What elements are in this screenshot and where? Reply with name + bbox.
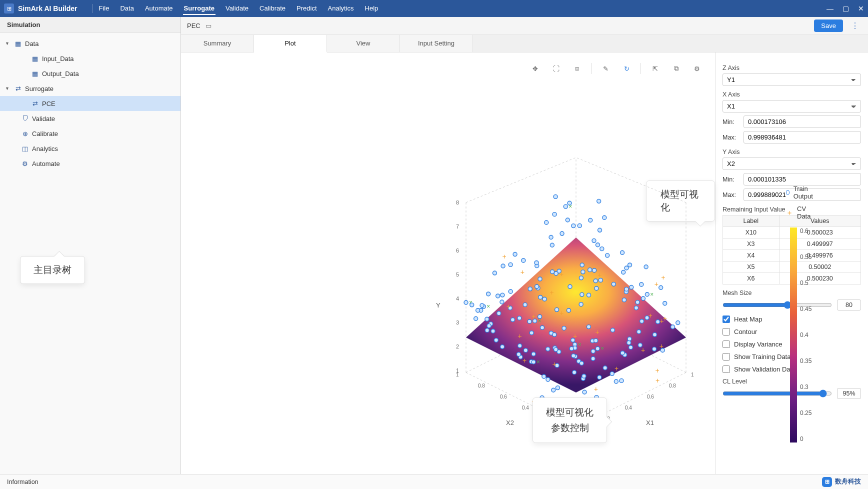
menu-item-file[interactable]: File xyxy=(98,2,110,15)
zoom-in-icon[interactable]: ⛶ xyxy=(549,62,563,76)
svg-point-128 xyxy=(640,319,644,323)
tab-plot[interactable]: Plot xyxy=(254,35,327,52)
svg-point-38 xyxy=(566,218,570,222)
svg-point-145 xyxy=(491,329,495,333)
menu-item-help[interactable]: Help xyxy=(364,2,380,15)
tree-node-calibrate[interactable]: ⊕ Calibrate xyxy=(0,126,180,141)
svg-text:0.8: 0.8 xyxy=(478,383,485,388)
y-min-input[interactable] xyxy=(744,173,861,186)
svg-point-69 xyxy=(542,374,546,378)
statusbar-info[interactable]: Information xyxy=(7,478,38,486)
context-label: PEC xyxy=(187,22,200,30)
tabs: SummaryPlotViewInput Setting xyxy=(181,35,868,52)
tree-node-input-data[interactable]: ▦ Input_Data xyxy=(0,51,180,66)
tree-node-surrogate[interactable]: ▼ ⇄ Surrogate xyxy=(0,81,180,96)
menu-item-predict[interactable]: Predict xyxy=(296,2,318,15)
colorbar-tick: 0.4 xyxy=(800,332,812,338)
tree-node-pce[interactable]: ⇄ PCE xyxy=(0,96,180,111)
swap-icon: ⇄ xyxy=(31,100,39,108)
svg-text:+: + xyxy=(532,312,536,320)
gear-icon: ⚙ xyxy=(21,160,29,168)
svg-point-182 xyxy=(592,268,596,272)
tab-view[interactable]: View xyxy=(327,35,400,52)
svg-text:2: 2 xyxy=(456,344,459,350)
chevron-down-icon[interactable]: ▼ xyxy=(5,86,11,91)
statusbar: Information ⊞ 数舟科技 xyxy=(0,474,868,489)
svg-text:Y: Y xyxy=(436,302,440,309)
svg-point-141 xyxy=(552,332,556,336)
sidebar-title: Simulation xyxy=(0,17,180,33)
svg-point-89 xyxy=(476,308,480,312)
svg-text:×: × xyxy=(578,341,582,348)
tab-input-setting[interactable]: Input Setting xyxy=(400,35,473,52)
svg-text:+: + xyxy=(552,360,556,368)
book-icon[interactable]: ▭ xyxy=(206,22,212,30)
svg-point-123 xyxy=(572,354,576,358)
svg-point-157 xyxy=(546,378,550,382)
main-menu: FileDataAutomateSurrogateValidateCalibra… xyxy=(98,2,380,15)
copy-icon[interactable]: ⧉ xyxy=(669,62,683,76)
tree-label: Input_Data xyxy=(42,55,74,62)
menu-item-data[interactable]: Data xyxy=(119,2,134,15)
menu-item-automate[interactable]: Automate xyxy=(144,2,174,15)
brand-label: 数舟科技 xyxy=(835,478,861,486)
svg-point-181 xyxy=(534,260,538,264)
tree-label: Validate xyxy=(32,115,55,122)
minimize-icon[interactable]: — xyxy=(826,4,834,12)
svg-point-106 xyxy=(606,254,610,258)
svg-point-184 xyxy=(523,302,527,306)
tree-label: Analytics xyxy=(32,145,58,152)
mesh-size-value[interactable]: 80 xyxy=(837,300,861,310)
brand: ⊞ 数舟科技 xyxy=(822,477,861,487)
menu-item-calibrate[interactable]: Calibrate xyxy=(258,2,286,15)
chart-icon: ◫ xyxy=(21,144,29,152)
close-icon[interactable]: ✕ xyxy=(858,4,864,12)
legend-label: CV Data xyxy=(797,205,814,220)
svg-point-37 xyxy=(540,326,544,330)
svg-point-175 xyxy=(487,324,491,328)
svg-point-43 xyxy=(552,212,556,216)
x-axis-select[interactable]: X1 xyxy=(722,100,861,112)
svg-point-35 xyxy=(555,308,559,312)
zoom-out-icon[interactable]: ⧈ xyxy=(570,62,584,76)
svg-text:+: + xyxy=(660,317,664,325)
svg-text:+: + xyxy=(661,274,665,282)
svg-point-32 xyxy=(627,340,631,344)
rotate-icon[interactable]: ↻ xyxy=(620,62,634,76)
colorbar-tick: 0.3 xyxy=(800,384,812,390)
settings-icon[interactable]: ⚙ xyxy=(690,62,704,76)
svg-point-137 xyxy=(542,297,546,301)
chevron-down-icon[interactable]: ▼ xyxy=(5,41,11,46)
tab-summary[interactable]: Summary xyxy=(181,35,254,52)
tree-node-automate[interactable]: ⚙ Automate xyxy=(0,156,180,171)
grid-icon: ▦ xyxy=(14,40,22,48)
menu-item-analytics[interactable]: Analytics xyxy=(327,2,355,15)
z-axis-select[interactable]: Y1 xyxy=(722,74,861,86)
svg-point-49 xyxy=(598,228,602,232)
menu-item-validate[interactable]: Validate xyxy=(224,2,250,15)
pan-icon[interactable]: ✥ xyxy=(528,62,542,76)
menu-item-surrogate[interactable]: Surrogate xyxy=(183,2,216,15)
x-min-input[interactable] xyxy=(744,116,861,128)
tree-node-validate[interactable]: ⛉ Validate xyxy=(0,111,180,126)
svg-point-138 xyxy=(528,320,532,324)
x-max-input[interactable] xyxy=(744,131,861,144)
svg-text:0.4: 0.4 xyxy=(522,405,529,410)
sidebar: Simulation ▼ ▦ Data ▦ Input_Data ▦ Outpu… xyxy=(0,17,181,474)
maximize-icon[interactable]: ▢ xyxy=(842,4,849,12)
tree-node-data[interactable]: ▼ ▦ Data xyxy=(0,36,180,51)
svg-point-188 xyxy=(554,348,558,352)
export-icon[interactable]: ⇱ xyxy=(648,62,662,76)
svg-point-103 xyxy=(528,287,532,291)
tree-node-output-data[interactable]: ▦ Output_Data xyxy=(0,66,180,81)
save-button[interactable]: Save xyxy=(814,20,843,32)
tree-node-analytics[interactable]: ◫ Analytics xyxy=(0,141,180,156)
plot-toolbar: ✥ ⛶ ⧈ ✎ ↻ ⇱ ⧉ ⚙ xyxy=(528,62,704,76)
svg-point-164 xyxy=(568,284,572,288)
lasso-icon[interactable]: ✎ xyxy=(598,62,612,76)
svg-point-31 xyxy=(550,270,554,274)
cl-level-value[interactable]: 95% xyxy=(837,388,861,399)
legend-item-train: Train Output xyxy=(786,185,814,200)
svg-point-63 xyxy=(603,366,607,370)
more-icon[interactable]: ⋮ xyxy=(848,21,862,30)
